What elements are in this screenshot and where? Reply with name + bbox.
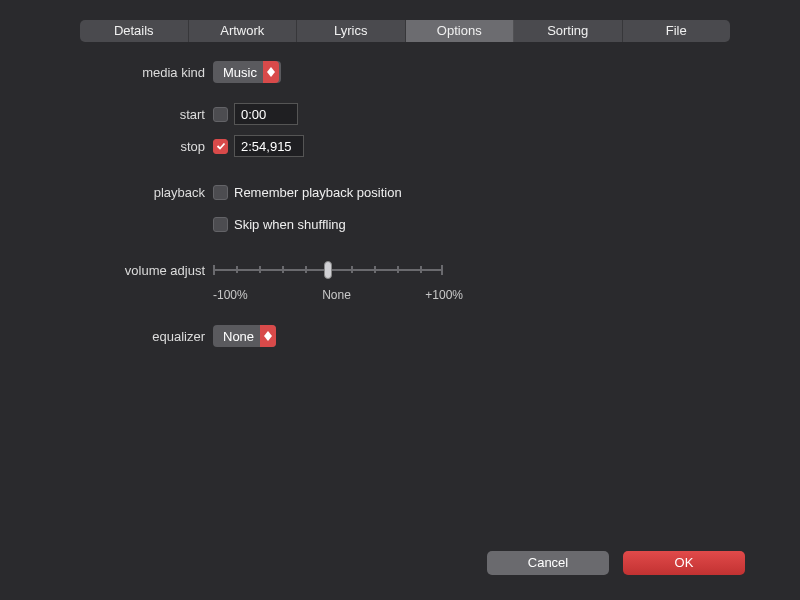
start-label: start — [0, 107, 213, 122]
svg-marker-3 — [264, 336, 272, 341]
media-kind-value: Music — [223, 65, 263, 80]
equalizer-dropdown[interactable]: None — [213, 325, 276, 347]
tab-details[interactable]: Details — [80, 20, 189, 42]
media-kind-label: media kind — [0, 65, 213, 80]
playback-label: playback — [0, 185, 213, 200]
stop-time-input[interactable]: 2:54,915 — [234, 135, 304, 157]
stop-label: stop — [0, 139, 213, 154]
ok-button[interactable]: OK — [623, 551, 745, 575]
volume-mid-label: None — [322, 288, 351, 302]
volume-slider-thumb[interactable] — [324, 261, 332, 279]
volume-slider-scale: -100% None +100% — [213, 288, 463, 302]
tab-artwork[interactable]: Artwork — [189, 20, 298, 42]
svg-marker-1 — [267, 72, 275, 77]
skip-shuffle-checkbox[interactable] — [213, 217, 228, 232]
volume-adjust-slider[interactable] — [213, 259, 443, 281]
stop-checkbox[interactable] — [213, 139, 228, 154]
tab-lyrics[interactable]: Lyrics — [297, 20, 406, 42]
tab-bar: Details Artwork Lyrics Options Sorting F… — [80, 20, 730, 42]
equalizer-value: None — [223, 329, 260, 344]
stepper-arrows-icon — [263, 61, 279, 83]
dialog-footer: Cancel OK — [487, 551, 745, 575]
options-form: media kind Music start 0:00 stop — [0, 60, 800, 356]
skip-shuffle-label: Skip when shuffling — [234, 217, 346, 232]
volume-min-label: -100% — [213, 288, 248, 302]
equalizer-label: equalizer — [0, 329, 213, 344]
tab-sorting[interactable]: Sorting — [514, 20, 623, 42]
media-kind-dropdown[interactable]: Music — [213, 61, 281, 83]
tab-options[interactable]: Options — [406, 20, 515, 42]
remember-position-checkbox[interactable] — [213, 185, 228, 200]
volume-adjust-label: volume adjust — [0, 263, 213, 278]
cancel-button[interactable]: Cancel — [487, 551, 609, 575]
volume-max-label: +100% — [425, 288, 463, 302]
start-checkbox[interactable] — [213, 107, 228, 122]
stepper-arrows-icon — [260, 325, 276, 347]
start-time-input[interactable]: 0:00 — [234, 103, 298, 125]
remember-position-label: Remember playback position — [234, 185, 402, 200]
tab-file[interactable]: File — [623, 20, 731, 42]
